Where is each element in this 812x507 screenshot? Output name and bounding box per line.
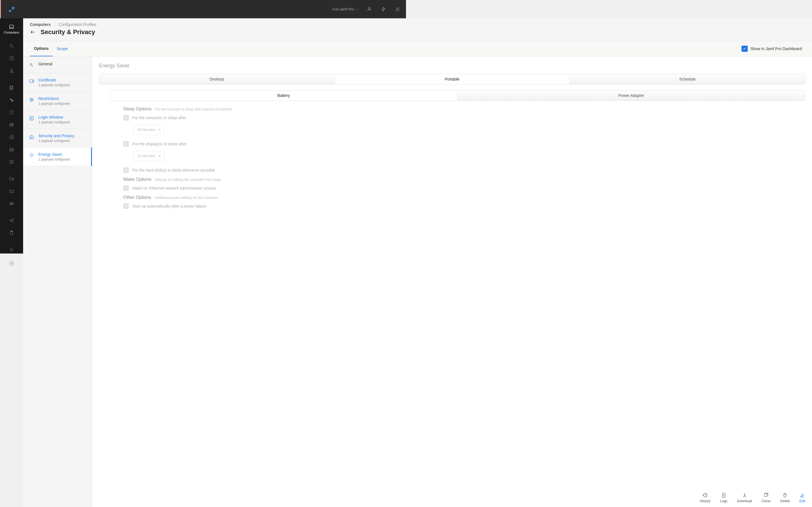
logo-accent	[0, 0, 1, 18]
select-display-sleep[interactable]: 15 Minutes ▼	[133, 151, 164, 161]
segment-desktop[interactable]: Desktop	[99, 74, 335, 84]
sidebar-item-group[interactable]	[0, 199, 23, 208]
sidebar-item-app[interactable]	[0, 54, 23, 63]
sidebar-item-server[interactable]	[0, 120, 23, 129]
checkbox-icon	[123, 167, 129, 173]
product-switcher[interactable]: Full Jamf Pro ⌄	[333, 7, 358, 11]
bolt-icon[interactable]	[380, 6, 386, 12]
select-computer-sleep[interactable]: 30 Minutes ▼	[133, 124, 164, 135]
svg-rect-29	[31, 137, 32, 138]
sidebar-item-image[interactable]	[0, 145, 23, 154]
payload-name: Security and Privacy	[38, 133, 74, 138]
option-label: Put the hard disk(s) to sleep whenever p…	[132, 168, 215, 172]
segment-device-type: Desktop Portable Schedule	[99, 74, 406, 84]
breadcrumb-leaf[interactable]: Configuration Profiles	[59, 22, 96, 27]
checkbox-icon	[123, 203, 129, 209]
sliders-icon	[29, 97, 35, 103]
svg-point-9	[12, 100, 13, 102]
svg-point-28	[31, 117, 32, 118]
app-icon	[9, 55, 14, 61]
svg-point-1	[397, 8, 398, 10]
files-icon	[9, 85, 14, 91]
payload-sub: 1 payload configured	[38, 139, 74, 143]
segment-battery[interactable]: Battery	[110, 91, 406, 101]
payload-item-security[interactable]: Security and Privacy1 payload configured	[23, 129, 92, 148]
folder-plus-icon	[9, 188, 14, 194]
payload-name: Energy Saver	[38, 152, 70, 157]
house-lock-icon	[29, 134, 35, 140]
payload-item-energy[interactable]: Energy Saver1 payload configured	[23, 148, 92, 166]
svg-point-20	[30, 64, 32, 65]
sidebar-item-gear[interactable]	[0, 245, 23, 253]
folder-in-icon	[9, 176, 14, 182]
search-icon	[9, 43, 14, 49]
section-title: Sleep Options	[123, 107, 152, 112]
checkbox-icon	[123, 141, 129, 147]
breadcrumb-root[interactable]: Computers	[30, 22, 51, 27]
option-label: Start up automatically after a power fai…	[132, 204, 206, 209]
clipboard-icon	[9, 230, 14, 236]
sidebar-item-send[interactable]	[0, 216, 23, 225]
svg-rect-11	[10, 125, 13, 126]
paper-plane-icon	[9, 218, 14, 223]
svg-point-5	[10, 69, 13, 71]
sidebar-item-shield[interactable]	[0, 108, 23, 117]
gear-small-icon	[29, 62, 35, 68]
option-display-sleep[interactable]: Put the display(s) to sleep after	[123, 141, 406, 147]
app-logo	[8, 6, 15, 13]
detail-panel: Energy Saver Desktop Portable Schedule B…	[92, 57, 406, 253]
payload-item-login[interactable]: Login Window1 payload configured	[23, 110, 92, 129]
option-computer-sleep[interactable]: Put the computer to sleep after	[123, 115, 406, 121]
chevron-down-icon: ⌄	[356, 8, 358, 11]
section-title: Wake Options	[123, 177, 151, 182]
svg-rect-10	[10, 123, 13, 125]
server-icon	[9, 122, 14, 128]
payload-sub: 1 payload configured	[38, 120, 70, 124]
svg-point-24	[30, 98, 31, 99]
checkbox-icon	[123, 185, 129, 191]
sidebar-item-badge[interactable]	[0, 66, 23, 75]
caret-down-icon: ▼	[158, 128, 161, 131]
option-label: Put the display(s) to sleep after	[132, 142, 187, 146]
payload-name: Restrictions	[38, 96, 70, 101]
payload-item-restrictions[interactable]: Restrictions1 payload configured	[23, 92, 92, 110]
payload-item-general[interactable]: General	[23, 57, 92, 73]
segment-power-source: Battery Power Adapter	[110, 90, 406, 101]
payload-list: General Certificate1 payload configured …	[23, 57, 92, 253]
image-icon	[9, 147, 14, 152]
sidebar-item-appstore[interactable]	[0, 133, 23, 142]
sidebar-item-search[interactable]	[0, 41, 23, 50]
sidebar-item-book[interactable]	[0, 158, 23, 166]
sidebar-item-computers[interactable]: Computers ›	[0, 22, 23, 36]
payload-name: Login Window	[38, 115, 70, 119]
option-hdd-sleep[interactable]: Put the hard disk(s) to sleep whenever p…	[123, 167, 406, 173]
tab-options[interactable]: Options	[30, 41, 53, 56]
section-sleep: Sleep Options Put the computer to sleep …	[123, 107, 406, 112]
tab-scope[interactable]: Scope	[53, 41, 72, 56]
sidebar-item-files[interactable]	[0, 83, 23, 92]
gears-icon	[9, 97, 14, 103]
payload-sub: 1 payload configured	[38, 102, 70, 106]
product-label: Full Jamf Pro	[333, 7, 354, 11]
sidebar-item-clipboard[interactable]	[0, 228, 23, 237]
sidebar-item-folder-in[interactable]	[0, 174, 23, 183]
user-icon[interactable]	[366, 6, 372, 12]
svg-point-8	[10, 99, 12, 100]
svg-point-3	[10, 44, 12, 47]
checkbox-icon	[123, 115, 129, 121]
gear-icon[interactable]	[395, 6, 400, 12]
select-value: 30 Minutes	[138, 128, 156, 132]
sidebar-item-folder-out[interactable]	[0, 187, 23, 196]
svg-rect-13	[10, 148, 13, 151]
sidebar-item-settings[interactable]	[0, 96, 23, 105]
sidebar-label: Computers	[4, 31, 19, 34]
caret-down-icon: ▼	[158, 154, 161, 158]
svg-point-26	[31, 101, 32, 101]
segment-portable[interactable]: Portable	[335, 74, 406, 84]
option-startup-power-failure[interactable]: Start up automatically after a power fai…	[123, 203, 406, 209]
payload-item-certificate[interactable]: Certificate1 payload configured	[23, 73, 92, 92]
back-arrow-icon[interactable]	[30, 29, 36, 35]
option-wake-ethernet[interactable]: Wake for Ethernet network administrator …	[123, 185, 406, 191]
svg-point-18	[11, 249, 12, 251]
left-sidebar: Computers ›	[0, 18, 23, 253]
